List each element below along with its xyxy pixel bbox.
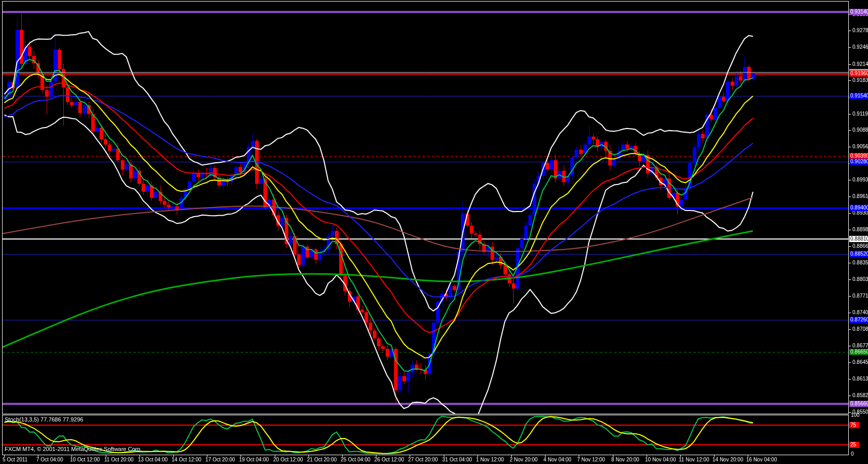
chart-canvas[interactable]	[0, 0, 868, 464]
mt4-chart-window: Stoch(13,3,5) 77.7686 77.9296 FXCM MT4, …	[0, 0, 868, 464]
